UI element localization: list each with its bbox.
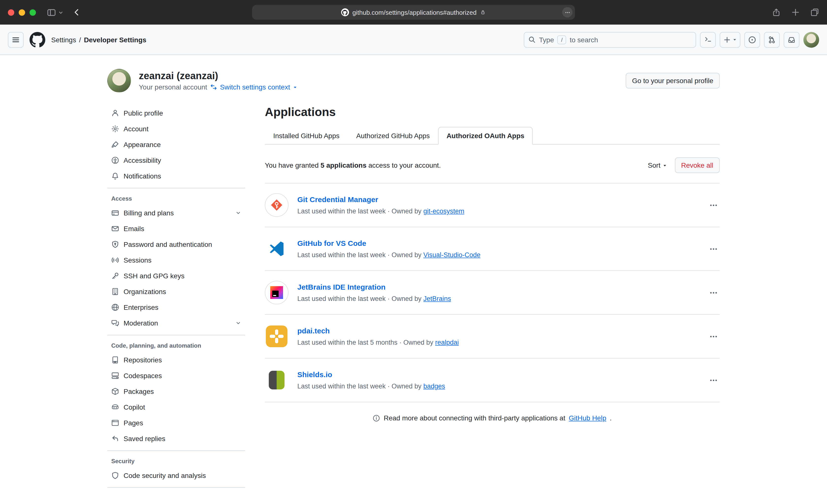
codespaces-icon	[111, 372, 119, 380]
user-avatar[interactable]	[804, 32, 819, 48]
issues-button[interactable]	[744, 32, 760, 48]
tabs-overview-icon	[810, 8, 819, 17]
app-actions-kebab-button[interactable]	[708, 330, 720, 342]
profile-avatar[interactable]	[107, 69, 131, 93]
sidebar-item-billing-and-plans[interactable]: Billing and plans	[107, 205, 245, 221]
app-actions-kebab-button[interactable]	[708, 374, 720, 386]
app-name-link[interactable]: Shields.io	[297, 370, 332, 379]
sidebar-toggle-button[interactable]	[47, 8, 56, 17]
github-help-link[interactable]: GitHub Help	[569, 414, 606, 422]
app-owner-link[interactable]: git-ecosystem	[423, 208, 465, 215]
sidebar-menu-chevron-button[interactable]	[58, 10, 63, 15]
github-header: Settings / Developer Settings Type / to …	[0, 24, 827, 55]
sidebar-item-public-profile[interactable]: Public profile	[107, 105, 245, 121]
app-owner-link[interactable]: JetBrains	[423, 295, 451, 302]
sidebar-separator	[107, 450, 245, 451]
app-name-link[interactable]: GitHub for VS Code	[297, 239, 366, 247]
new-tab-button[interactable]	[791, 8, 800, 17]
global-nav-menu-button[interactable]	[8, 32, 23, 48]
switch-settings-context-link[interactable]: Switch settings context	[220, 83, 290, 91]
browser-toolbar-right	[772, 8, 819, 17]
sidebar-item-copilot[interactable]: Copilot	[107, 399, 245, 415]
sidebar-item-enterprises[interactable]: Enterprises	[107, 299, 245, 315]
chevron-down-icon	[235, 320, 241, 326]
breadcrumb-settings-link[interactable]: Settings	[51, 36, 76, 44]
app-name-link[interactable]: pdai.tech	[297, 327, 330, 335]
sidebar-separator	[107, 335, 245, 335]
pull-requests-button[interactable]	[764, 32, 780, 48]
page-settings-button[interactable]	[562, 7, 573, 17]
zoom-window-button[interactable]	[30, 9, 36, 15]
sidebar-item-saved-replies[interactable]: Saved replies	[107, 431, 245, 446]
app-actions-kebab-button[interactable]	[708, 199, 720, 211]
search-placeholder-prefix: Type	[539, 36, 554, 44]
sidebar-item-packages[interactable]: Packages	[107, 384, 245, 399]
back-button[interactable]	[72, 8, 81, 17]
breadcrumb-current[interactable]: Developer Settings	[84, 36, 146, 44]
go-to-profile-button[interactable]: Go to your personal profile	[626, 73, 720, 89]
inbox-icon	[788, 36, 795, 44]
app-name-link[interactable]: JetBrains IDE Integration	[297, 283, 385, 291]
tabs-overview-button[interactable]	[810, 8, 819, 17]
sidebar-item-moderation[interactable]: Moderation	[107, 315, 245, 331]
create-new-button[interactable]	[720, 32, 740, 48]
breadcrumb-separator: /	[79, 36, 81, 44]
footer-note: Read more about connecting with third-pa…	[265, 414, 720, 422]
settings-sidebar: Public profile Account Appearance Access…	[107, 105, 245, 492]
app-row: Git Credential Manager Last used within …	[265, 183, 720, 227]
address-bar[interactable]: github.com/settings/applications#authori…	[252, 5, 575, 20]
close-window-button[interactable]	[8, 9, 14, 15]
sidebar-item-pages[interactable]: Pages	[107, 415, 245, 431]
kebab-horizontal-icon	[709, 245, 718, 253]
chevron-down-icon	[235, 210, 241, 216]
app-owner-link[interactable]: realpdai	[435, 339, 459, 346]
repo-icon	[111, 356, 119, 364]
arrow-switch-icon	[210, 83, 217, 91]
sidebar-item-notifications[interactable]: Notifications	[107, 168, 245, 184]
share-icon	[772, 8, 781, 17]
app-name-link[interactable]: Git Credential Manager	[297, 195, 378, 204]
github-mark-icon	[30, 32, 45, 48]
revoke-all-button[interactable]: Revoke all	[675, 157, 720, 173]
sidebar-item-appearance[interactable]: Appearance	[107, 137, 245, 153]
sidebar-item-sessions[interactable]: Sessions	[107, 252, 245, 268]
inbox-button[interactable]	[784, 32, 799, 48]
app-actions-kebab-button[interactable]	[708, 286, 720, 299]
tab-installed-github-apps[interactable]: Installed GitHub Apps	[265, 127, 348, 145]
share-button[interactable]	[772, 8, 781, 17]
sidebar-item-codespaces[interactable]: Codespaces	[107, 368, 245, 384]
sidebar-item-accessibility[interactable]: Accessibility	[107, 153, 245, 168]
plus-icon	[723, 36, 731, 44]
tab-authorized-github-apps[interactable]: Authorized GitHub Apps	[348, 127, 438, 145]
ellipsis-icon	[565, 9, 570, 15]
app-actions-kebab-button[interactable]	[708, 243, 720, 255]
app-owner-link[interactable]: badges	[423, 383, 445, 390]
search-input[interactable]: Type / to search	[524, 32, 696, 48]
sidebar-item-password-and-authentication[interactable]: Password and authentication	[107, 236, 245, 252]
app-owner-link[interactable]: Visual-Studio-Code	[423, 251, 480, 259]
sidebar-item-organizations[interactable]: Organizations	[107, 284, 245, 299]
sidebar-item-code-security[interactable]: Code security and analysis	[107, 467, 245, 483]
issue-opened-icon	[748, 36, 756, 44]
sidebar-item-ssh-and-gpg-keys[interactable]: SSH and GPG keys	[107, 268, 245, 284]
command-palette-button[interactable]	[700, 32, 716, 48]
tab-authorized-oauth-apps[interactable]: Authorized OAuth Apps	[438, 127, 533, 145]
github-logo[interactable]	[30, 32, 45, 48]
bell-icon	[111, 172, 119, 180]
package-icon	[111, 387, 119, 395]
search-icon	[528, 36, 536, 43]
sidebar-item-repositories[interactable]: Repositories	[107, 352, 245, 368]
sidebar-separator	[107, 188, 245, 188]
settings-container: zeanzai (zeanzai) Your personal account …	[107, 69, 720, 492]
sidebar-item-account[interactable]: Account	[107, 121, 245, 137]
viewport: github.com/settings/applications#authori…	[0, 0, 827, 504]
account-type-label: Your personal account	[139, 83, 207, 91]
kebab-horizontal-icon	[709, 288, 718, 297]
person-icon	[111, 109, 119, 117]
sort-button[interactable]: Sort	[648, 161, 667, 169]
minimize-window-button[interactable]	[19, 9, 25, 15]
pdai-logo	[266, 326, 288, 347]
sidebar-item-emails[interactable]: Emails	[107, 221, 245, 236]
git-credential-manager-logo	[265, 193, 288, 217]
app-meta: Last used within the last week · Owned b…	[297, 208, 464, 215]
